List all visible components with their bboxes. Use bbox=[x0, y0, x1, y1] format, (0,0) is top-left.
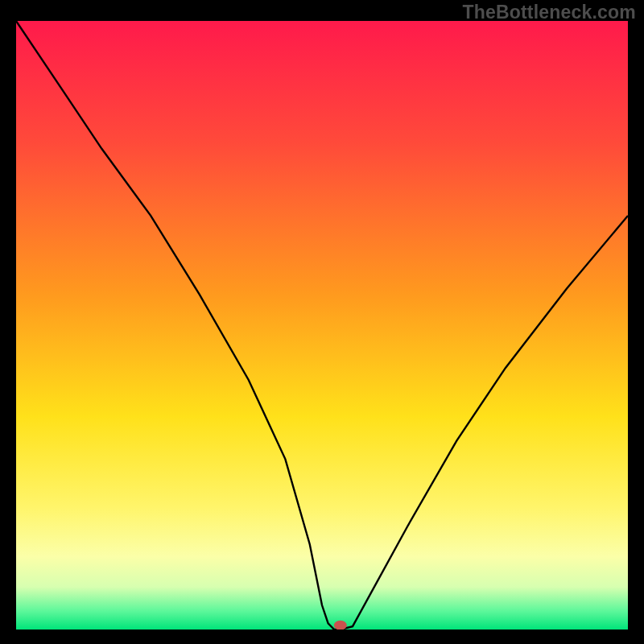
gradient-background bbox=[16, 21, 628, 630]
plot-svg bbox=[16, 21, 628, 630]
chart-frame: TheBottleneck.com bbox=[0, 0, 644, 644]
watermark-text: TheBottleneck.com bbox=[462, 2, 636, 23]
bottleneck-plot bbox=[16, 21, 628, 630]
